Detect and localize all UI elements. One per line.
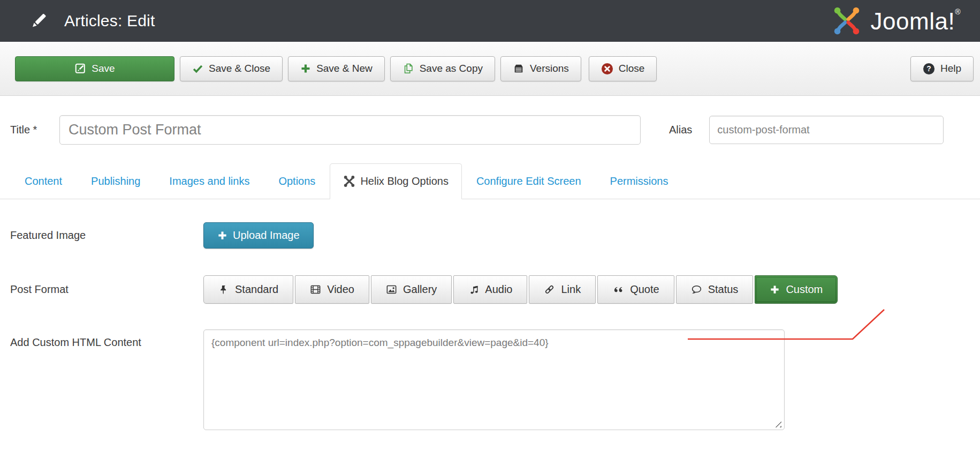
featured-image-row: Featured Image Upload Image <box>10 222 314 249</box>
chain-link-icon <box>544 284 555 295</box>
upload-image-button[interactable]: Upload Image <box>203 222 314 249</box>
joomla-logo-icon <box>830 4 863 37</box>
pushpin-icon <box>218 284 229 295</box>
music-note-icon <box>468 284 479 295</box>
joomla-glyph-icon <box>343 175 355 187</box>
post-format-link-button[interactable]: Link <box>529 275 596 304</box>
edit-tabs: Content Publishing Images and links Opti… <box>0 163 980 199</box>
topbar: Articles: Edit Joomla!® <box>0 0 980 42</box>
save-and-close-button[interactable]: Save & Close <box>180 56 283 81</box>
joomla-brand: Joomla!® <box>830 4 980 37</box>
help-icon: ? <box>923 63 935 75</box>
post-format-gallery-label: Gallery <box>403 283 437 296</box>
page-title: Articles: Edit <box>64 12 155 30</box>
quote-icon <box>612 284 624 296</box>
close-button[interactable]: Close <box>589 56 657 81</box>
tab-helix-label: Helix Blog Options <box>360 175 449 187</box>
alias-input[interactable] <box>709 116 944 144</box>
post-format-link-label: Link <box>561 283 581 296</box>
pencil-icon <box>29 11 48 31</box>
post-format-custom-button[interactable]: Custom <box>755 275 838 304</box>
post-format-audio-label: Audio <box>485 283 512 296</box>
title-label: Title * <box>10 124 59 136</box>
save-and-close-label: Save & Close <box>209 63 270 74</box>
custom-html-row: Add Custom HTML Content {component url=i… <box>10 329 785 432</box>
post-format-quote-button[interactable]: Quote <box>597 275 674 304</box>
close-circle-icon <box>601 63 613 75</box>
articles-edit-page: Articles: Edit Joomla!® <box>0 0 980 451</box>
check-icon <box>192 63 203 74</box>
tab-configure-edit-screen[interactable]: Configure Edit Screen <box>462 163 596 199</box>
post-format-label: Post Format <box>10 275 203 296</box>
registered-mark: ® <box>955 7 961 16</box>
custom-html-textarea-wrap: {component url=index.php?option=com_sppa… <box>203 329 785 432</box>
save-button[interactable]: Save <box>15 56 174 81</box>
toolbar: Save Save & Close Save & New <box>0 42 980 96</box>
versions-label: Versions <box>530 63 569 74</box>
custom-html-label: Add Custom HTML Content <box>10 329 203 349</box>
post-format-row: Post Format Standard Vid <box>10 275 838 304</box>
upload-image-label: Upload Image <box>233 229 300 242</box>
alias-label: Alias <box>669 124 692 136</box>
brand-wordmark: Joomla!® <box>871 7 961 35</box>
image-icon <box>386 284 397 295</box>
save-as-copy-label: Save as Copy <box>420 63 483 74</box>
save-label: Save <box>92 63 115 74</box>
tab-content[interactable]: Content <box>10 163 77 199</box>
svg-text:?: ? <box>926 64 931 73</box>
save-and-new-label: Save & New <box>316 63 373 74</box>
save-icon <box>74 63 86 74</box>
tab-helix-blog-options[interactable]: Helix Blog Options <box>330 163 462 199</box>
copy-icon <box>402 63 414 74</box>
save-and-new-button[interactable]: Save & New <box>288 56 385 81</box>
plus-icon <box>217 230 227 240</box>
help-label: Help <box>940 63 961 74</box>
post-format-status-button[interactable]: Status <box>676 275 754 304</box>
post-format-quote-label: Quote <box>630 283 659 296</box>
post-format-custom-label: Custom <box>786 283 823 296</box>
tab-permissions[interactable]: Permissions <box>596 163 683 199</box>
tab-images-and-links[interactable]: Images and links <box>155 163 264 199</box>
film-icon <box>310 284 321 295</box>
versions-button[interactable]: Versions <box>500 56 581 81</box>
custom-html-textarea[interactable]: {component url=index.php?option=com_sppa… <box>203 329 785 430</box>
help-button[interactable]: ? Help <box>910 56 974 81</box>
plus-icon <box>300 63 311 74</box>
versions-icon <box>513 63 525 74</box>
featured-image-label: Featured Image <box>10 222 203 242</box>
post-format-standard-label: Standard <box>235 283 278 296</box>
tab-publishing[interactable]: Publishing <box>77 163 155 199</box>
post-format-standard-button[interactable]: Standard <box>203 275 293 304</box>
tab-options[interactable]: Options <box>264 163 330 199</box>
post-format-video-label: Video <box>327 283 354 296</box>
topbar-title-group: Articles: Edit <box>0 11 155 31</box>
speech-bubble-icon <box>691 284 702 295</box>
title-input[interactable] <box>59 115 641 145</box>
post-format-group: Standard Video <box>203 275 838 304</box>
post-format-audio-button[interactable]: Audio <box>453 275 527 304</box>
plus-icon <box>770 284 780 295</box>
post-format-video-button[interactable]: Video <box>295 275 369 304</box>
save-as-copy-button[interactable]: Save as Copy <box>390 56 495 81</box>
post-format-status-label: Status <box>708 283 739 296</box>
title-alias-row: Title * Alias <box>10 115 944 145</box>
post-format-gallery-button[interactable]: Gallery <box>371 275 452 304</box>
close-label: Close <box>619 63 645 74</box>
